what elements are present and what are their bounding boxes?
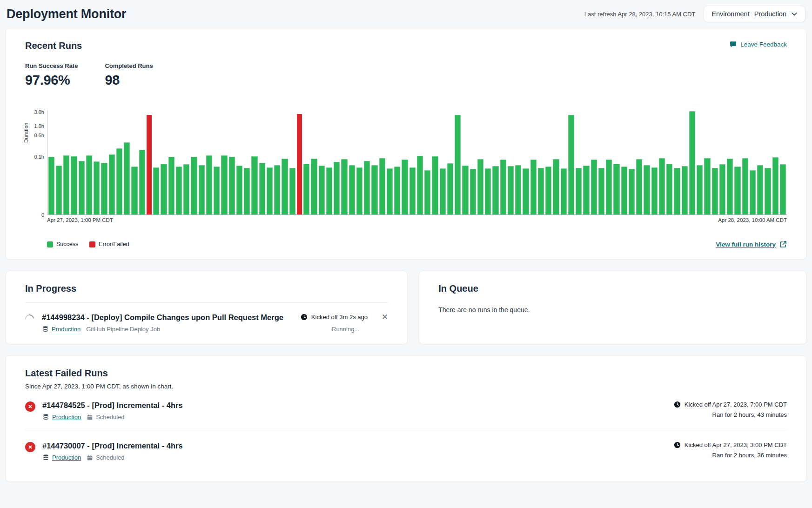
run-bar-success[interactable]	[56, 166, 62, 215]
run-bar-success[interactable]	[644, 165, 650, 215]
run-bar-success[interactable]	[455, 115, 461, 215]
run-bar-success[interactable]	[251, 156, 257, 215]
run-bar-success[interactable]	[621, 167, 627, 215]
run-bar-success[interactable]	[719, 164, 725, 215]
run-bar-success[interactable]	[214, 167, 220, 215]
run-bar-success[interactable]	[757, 165, 763, 215]
run-bar-success[interactable]	[71, 156, 77, 215]
run-bar-success[interactable]	[116, 148, 122, 215]
run-bar-success[interactable]	[500, 160, 506, 215]
run-bar-success[interactable]	[48, 157, 54, 215]
run-bar-success[interactable]	[636, 159, 642, 215]
run-bar-success[interactable]	[109, 154, 115, 215]
run-bar-success[interactable]	[206, 155, 212, 215]
run-bar-success[interactable]	[576, 168, 582, 215]
run-bar-success[interactable]	[470, 169, 476, 215]
run-bar-success[interactable]	[349, 165, 355, 215]
run-bar-success[interactable]	[79, 161, 85, 215]
run-bar-success[interactable]	[356, 167, 362, 215]
run-bar-success[interactable]	[402, 160, 408, 215]
run-bar-success[interactable]	[742, 158, 748, 215]
run-bar-success[interactable]	[326, 167, 332, 215]
run-bar-success[interactable]	[364, 161, 370, 215]
run-bar-success[interactable]	[712, 168, 718, 215]
run-bar-success[interactable]	[153, 167, 159, 215]
run-bar-success[interactable]	[583, 166, 589, 215]
run-bar-success[interactable]	[727, 159, 733, 215]
run-bar-success[interactable]	[765, 168, 771, 215]
run-bar-success[interactable]	[598, 168, 604, 215]
run-bar-success[interactable]	[659, 158, 665, 215]
run-bar-success[interactable]	[341, 159, 347, 215]
run-bar-success[interactable]	[538, 168, 544, 215]
run-bar-success[interactable]	[780, 164, 786, 215]
run-bar-success[interactable]	[161, 164, 167, 215]
environment-link[interactable]: Production	[52, 326, 81, 333]
run-bar-success[interactable]	[221, 155, 227, 215]
run-bar-success[interactable]	[561, 168, 567, 215]
run-bar-success[interactable]	[379, 158, 385, 215]
run-bar-success[interactable]	[168, 157, 174, 215]
run-bar-success[interactable]	[477, 159, 483, 215]
run-bar-success[interactable]	[734, 167, 740, 215]
environment-dropdown[interactable]: Environment Production	[704, 6, 805, 22]
run-bar-success[interactable]	[545, 167, 551, 215]
run-bar-success[interactable]	[274, 165, 280, 215]
run-bar-success[interactable]	[417, 156, 423, 215]
run-bar-success[interactable]	[447, 163, 453, 215]
run-bar-success[interactable]	[236, 166, 242, 215]
run-bar-success[interactable]	[568, 115, 574, 215]
close-icon[interactable]: ✕	[382, 313, 388, 321]
run-bar-success[interactable]	[424, 170, 430, 215]
run-bar-success[interactable]	[772, 157, 778, 215]
run-bar-success[interactable]	[183, 164, 189, 215]
environment-link[interactable]: Production	[52, 454, 81, 461]
run-bar-success[interactable]	[508, 166, 514, 215]
run-bar-success[interactable]	[191, 157, 197, 215]
run-bar-success[interactable]	[334, 162, 340, 215]
run-bar-failed[interactable]	[297, 114, 302, 215]
run-bar-success[interactable]	[131, 167, 137, 215]
run-bar-success[interactable]	[485, 168, 491, 215]
run-bar-success[interactable]	[244, 168, 250, 215]
run-bar-success[interactable]	[704, 158, 710, 215]
run-bar-success[interactable]	[530, 160, 537, 215]
leave-feedback-link[interactable]: Leave Feedback	[729, 40, 787, 48]
run-bar-success[interactable]	[409, 167, 416, 215]
run-bar-success[interactable]	[697, 165, 703, 215]
run-bar-success[interactable]	[515, 165, 521, 215]
run-bar-success[interactable]	[591, 160, 597, 215]
run-bar-success[interactable]	[86, 155, 92, 215]
run-bar-success[interactable]	[311, 159, 317, 215]
run-bar-success[interactable]	[229, 157, 235, 215]
run-bar-success[interactable]	[371, 165, 377, 215]
run-bar-success[interactable]	[282, 159, 288, 215]
run-bar-success[interactable]	[606, 160, 612, 215]
run-bar-success[interactable]	[259, 163, 265, 215]
run-bar-success[interactable]	[629, 169, 635, 215]
run-bar-success[interactable]	[267, 167, 273, 215]
run-bar-success[interactable]	[750, 170, 756, 215]
run-bar-success[interactable]	[394, 167, 400, 215]
run-bar-success[interactable]	[523, 168, 529, 215]
run-bar-success[interactable]	[303, 164, 309, 215]
run-bar-failed[interactable]	[147, 115, 152, 215]
run-bar-success[interactable]	[139, 150, 145, 215]
run-bar-success[interactable]	[613, 164, 619, 215]
run-bar-success[interactable]	[553, 159, 559, 215]
run-bar-success[interactable]	[682, 166, 688, 215]
run-bar-success[interactable]	[94, 161, 100, 215]
run-bar-success[interactable]	[289, 168, 295, 215]
run-bar-success[interactable]	[63, 155, 69, 215]
run-bar-success[interactable]	[674, 168, 680, 215]
run-bar-success[interactable]	[319, 166, 325, 215]
run-bar-success[interactable]	[651, 167, 658, 215]
run-bar-success[interactable]	[666, 164, 672, 215]
view-full-run-history-link[interactable]: View full run history	[716, 241, 787, 248]
run-bar-success[interactable]	[689, 111, 695, 215]
run-bar-success[interactable]	[387, 168, 393, 215]
run-bar-success[interactable]	[199, 165, 205, 215]
run-bar-success[interactable]	[432, 156, 438, 215]
run-bar-success[interactable]	[176, 167, 182, 215]
run-bar-success[interactable]	[492, 166, 498, 215]
